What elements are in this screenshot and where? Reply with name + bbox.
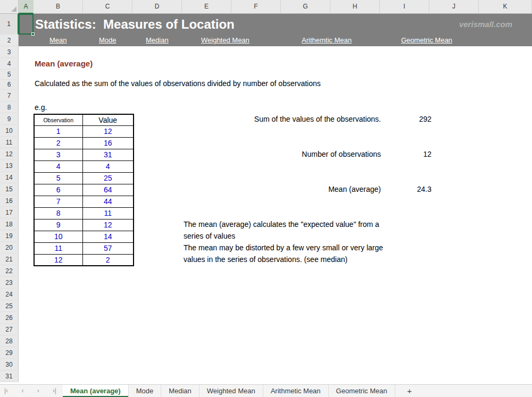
column-header[interactable]: F bbox=[231, 0, 281, 14]
value-cell[interactable]: 12 bbox=[82, 125, 134, 137]
observation-cell[interactable]: 11 bbox=[34, 242, 82, 254]
watermark: verismall.com bbox=[459, 14, 512, 35]
row-header[interactable]: 24 bbox=[0, 289, 19, 300]
row-header[interactable]: 29 bbox=[0, 347, 19, 359]
row-header[interactable]: 6 bbox=[0, 80, 19, 90]
observation-cell[interactable]: 2 bbox=[34, 137, 82, 149]
value-cell[interactable]: 25 bbox=[82, 172, 134, 184]
row-header[interactable]: 5 bbox=[0, 70, 19, 80]
row-header[interactable]: 11 bbox=[0, 137, 19, 148]
example-label: e.g. bbox=[35, 102, 47, 113]
observation-cell[interactable]: 5 bbox=[34, 172, 82, 184]
column-headers: A B C D E F G H I J K bbox=[19, 0, 532, 14]
row-header[interactable]: 15 bbox=[0, 183, 19, 195]
banner-nav-link[interactable]: Weighted Mean bbox=[201, 35, 250, 46]
first-sheet-button[interactable]: |‹ bbox=[4, 385, 8, 397]
selected-cell-a1[interactable] bbox=[19, 14, 34, 35]
stat-label: Mean (average) bbox=[186, 183, 381, 195]
observation-cell[interactable]: 9 bbox=[34, 219, 82, 231]
observation-cell[interactable]: 7 bbox=[34, 196, 82, 207]
table-row: 7 44 bbox=[34, 196, 134, 207]
note-line: The mean may be distorted by a few very … bbox=[184, 242, 383, 254]
column-header[interactable]: E bbox=[182, 0, 231, 14]
row-header[interactable]: 4 bbox=[0, 58, 19, 70]
value-cell[interactable]: 2 bbox=[82, 254, 134, 266]
row-header[interactable]: 18 bbox=[0, 218, 19, 230]
observation-cell[interactable]: 12 bbox=[34, 254, 82, 266]
sheet-tab[interactable]: Mean (average) bbox=[63, 385, 129, 397]
select-all-corner[interactable] bbox=[0, 0, 19, 14]
observation-cell[interactable]: 4 bbox=[34, 161, 82, 172]
column-header[interactable]: I bbox=[380, 0, 429, 14]
note-line: values in the series of observations. (s… bbox=[184, 254, 347, 265]
banner-nav-link[interactable]: Mean bbox=[49, 35, 67, 46]
row-header[interactable]: 22 bbox=[0, 265, 19, 277]
row-header[interactable]: 2 bbox=[0, 35, 19, 46]
sheet-tabs: Mean (average) Mode Median Weighted Mean… bbox=[63, 385, 395, 397]
value-cell[interactable]: 44 bbox=[82, 196, 134, 207]
prev-sheet-button[interactable]: ‹ bbox=[21, 385, 23, 397]
row-header[interactable]: 3 bbox=[0, 46, 19, 58]
next-sheet-button[interactable]: › bbox=[37, 385, 39, 397]
sheet-grid[interactable]: Statistics: Measures of Location verisma… bbox=[19, 14, 532, 382]
sheet-tab[interactable]: Arithmetic Mean bbox=[263, 385, 329, 397]
observation-cell[interactable]: 10 bbox=[34, 231, 82, 242]
value-cell[interactable]: 11 bbox=[82, 207, 134, 219]
row-header[interactable]: 28 bbox=[0, 335, 19, 347]
column-header[interactable]: D bbox=[132, 0, 182, 14]
observation-cell[interactable]: 8 bbox=[34, 207, 82, 219]
observation-cell[interactable]: 1 bbox=[34, 125, 82, 137]
stat-value: 292 bbox=[381, 113, 431, 125]
column-header[interactable]: J bbox=[429, 0, 479, 14]
column-header[interactable]: A bbox=[19, 0, 34, 14]
row-header[interactable]: 13 bbox=[0, 160, 19, 172]
sheet-tab[interactable]: Weighted Mean bbox=[200, 385, 263, 397]
sheet-tab-bar: |‹ ‹ › ›| Mean (average) Mode Median Wei… bbox=[0, 384, 532, 397]
row-header[interactable]: 21 bbox=[0, 254, 19, 265]
note-line: The mean (average) calculates the "expec… bbox=[184, 218, 379, 230]
fill-handle[interactable] bbox=[31, 32, 35, 36]
row-header[interactable]: 10 bbox=[0, 125, 19, 137]
row-header[interactable]: 26 bbox=[0, 312, 19, 324]
spreadsheet-app: A B C D E F G H I J K 1 2 3 4 bbox=[0, 0, 532, 397]
column-header[interactable]: K bbox=[479, 0, 532, 14]
row-header[interactable]: 7 bbox=[0, 90, 19, 102]
banner-nav-link[interactable]: Geometric Mean bbox=[401, 35, 452, 46]
value-cell[interactable]: 4 bbox=[82, 161, 134, 172]
row-header[interactable]: 14 bbox=[0, 172, 19, 183]
row-header[interactable]: 23 bbox=[0, 277, 19, 289]
row-header[interactable]: 30 bbox=[0, 359, 19, 370]
row-header[interactable]: 17 bbox=[0, 207, 19, 218]
stat-row: Number of observations 12 bbox=[19, 148, 532, 160]
row-header[interactable]: 31 bbox=[0, 370, 19, 382]
value-cell[interactable]: 14 bbox=[82, 231, 134, 242]
last-sheet-button[interactable]: ›| bbox=[53, 385, 56, 397]
row-header[interactable]: 25 bbox=[0, 300, 19, 312]
column-header[interactable]: B bbox=[34, 0, 83, 14]
banner-nav-link[interactable]: Median bbox=[146, 35, 169, 46]
row-header[interactable]: 19 bbox=[0, 230, 19, 242]
sheet-tab[interactable]: Mode bbox=[129, 385, 162, 397]
row-header[interactable]: 16 bbox=[0, 195, 19, 207]
row-header[interactable]: 27 bbox=[0, 324, 19, 335]
row-header[interactable]: 1 bbox=[0, 14, 19, 35]
select-all-icon bbox=[11, 6, 16, 12]
banner-nav-link[interactable]: Mode bbox=[99, 35, 117, 46]
value-cell[interactable]: 57 bbox=[82, 242, 134, 254]
value-cell[interactable]: 12 bbox=[82, 219, 134, 231]
table-row: 1 12 bbox=[34, 125, 134, 137]
add-sheet-button[interactable]: + bbox=[404, 385, 415, 397]
sheet-tab[interactable]: Median bbox=[161, 385, 200, 397]
banner-nav-link[interactable]: Arithemtic Mean bbox=[302, 35, 352, 46]
row-header[interactable]: 20 bbox=[0, 242, 19, 254]
table-row: 4 4 bbox=[34, 161, 134, 172]
value-cell[interactable]: 16 bbox=[82, 137, 134, 149]
page-title: Statistics: Measures of Location bbox=[35, 14, 235, 35]
row-header[interactable]: 9 bbox=[0, 113, 19, 125]
column-header[interactable]: C bbox=[83, 0, 132, 14]
column-header[interactable]: H bbox=[330, 0, 380, 14]
row-header[interactable]: 8 bbox=[0, 102, 19, 113]
sheet-tab[interactable]: Geometric Mean bbox=[329, 385, 395, 397]
row-header[interactable]: 12 bbox=[0, 148, 19, 160]
column-header[interactable]: G bbox=[281, 0, 330, 14]
